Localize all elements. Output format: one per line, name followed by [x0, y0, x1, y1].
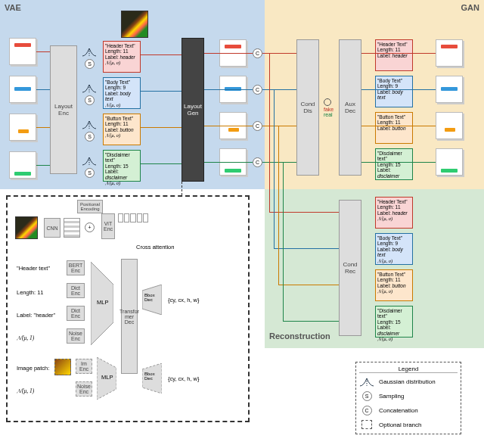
- card-header-vae: "Header Text" Length: 11 Label: header 𝓝…: [103, 41, 141, 73]
- legend-row-sampling: S Sampling: [359, 390, 458, 402]
- bert-lbl: BERT Enc: [69, 263, 83, 273]
- pos-enc-block: Positional Encoding: [77, 200, 103, 213]
- card-text: "Body Text": [105, 79, 138, 85]
- ll: Length:: [17, 289, 36, 296]
- sampling-circle-3: S: [85, 132, 95, 142]
- card-body-vae: "Body Text" Length: 9 Label: body text 𝓝…: [103, 77, 141, 109]
- l: Label:: [377, 247, 391, 252]
- real-fake-switch: fake real: [324, 98, 334, 117]
- lv: 11: [37, 289, 43, 296]
- c-label: C: [256, 123, 259, 129]
- l: Label:: [377, 53, 391, 58]
- sampling-circle-2: S: [85, 95, 95, 105]
- layout-gen-label: Layout Gen: [184, 103, 202, 117]
- v: 9: [396, 241, 399, 246]
- v: 11: [396, 204, 401, 210]
- legend-text: Concatenation: [379, 407, 418, 414]
- sampling-circle-4: S: [85, 168, 95, 178]
- cond-rec-label: Cond Rec: [343, 261, 357, 275]
- s-label: S: [88, 61, 92, 67]
- noise-label-2: 𝓝(μ, 1): [17, 387, 34, 395]
- v: disclaimer: [377, 331, 399, 336]
- cond-image: [121, 11, 148, 38]
- aux-dec-block: Aux Dec: [339, 39, 361, 176]
- s-label: S: [88, 170, 92, 176]
- vit-lbl: ViT Enc: [104, 221, 113, 232]
- noise-enc-block-2: Noise Enc: [76, 381, 92, 397]
- im-enc-block: Im Enc: [76, 359, 92, 374]
- len-lbl: Length:: [105, 85, 122, 90]
- legend-text: Gaussian distribution: [379, 378, 436, 385]
- input-tile-header: [9, 38, 36, 65]
- dist: 𝓝(μ, σ): [105, 132, 138, 138]
- dict-enc-len-block: Dict Enc: [67, 283, 85, 298]
- noise-label-1: 𝓝(μ, 1): [17, 334, 34, 342]
- gan-out-tile-disclaimer: [436, 148, 463, 176]
- len-lbl: Length:: [105, 121, 122, 126]
- lab-lbl: Label:: [105, 91, 119, 96]
- layout-gen-block: Layout Gen: [182, 38, 204, 182]
- l: Length:: [377, 120, 394, 125]
- lab-lbl: Label:: [105, 169, 119, 174]
- gan-label: GAN: [461, 3, 479, 12]
- concat-circle-3: C: [253, 121, 262, 131]
- d: 𝓝(μ, σ): [377, 216, 411, 221]
- bert-enc-block: BERT Enc: [67, 260, 85, 275]
- dash-lead: [182, 182, 182, 195]
- v: 11: [396, 47, 401, 52]
- l: Label:: [377, 210, 391, 216]
- card-text: "Disclaimer text": [105, 152, 138, 163]
- input-tile-body: [9, 76, 36, 103]
- image-patch-label: Image patch:: [17, 365, 49, 372]
- card-text: "Header Text": [105, 43, 138, 48]
- d: 𝓝(μ, σ): [377, 258, 411, 263]
- input-tile-disclaimer: [9, 151, 36, 179]
- gan-out-tile-header: [436, 39, 463, 67]
- l: Length:: [377, 83, 394, 89]
- card-disclaimer-gan: "Disclaimer text" Length: 15 Label: disc…: [375, 148, 413, 180]
- l: Length:: [377, 277, 394, 282]
- ie-lbl: Im Enc: [79, 361, 88, 372]
- concat-circle-4: C: [253, 157, 262, 167]
- layout-enc-label: Layout Enc: [54, 103, 73, 117]
- length-label: Length: 11: [17, 289, 43, 296]
- input-tile-button: [9, 114, 36, 141]
- v: 15: [396, 319, 401, 325]
- transformer-dec-block: Transfor mer Dec: [121, 259, 138, 374]
- layout-enc-block: Layout Enc: [50, 45, 77, 174]
- t: "Body Text": [377, 78, 411, 83]
- cond-dis-block: Cond Dis: [296, 39, 319, 176]
- len-val: 11: [123, 121, 129, 126]
- legend-row-optional: Optional branch: [359, 418, 458, 431]
- bbox-out-2: {cy, cx, h, w}: [168, 375, 200, 382]
- plus-circle: +: [85, 222, 95, 232]
- cls-val: header: [120, 54, 135, 60]
- cond-image-detail: [15, 216, 38, 239]
- ne2-lbl: Noise Enc: [77, 384, 91, 394]
- len-lbl: Length:: [105, 48, 122, 54]
- gan-out-tile-button: [436, 112, 463, 139]
- c-label: C: [256, 87, 259, 92]
- sampling-icon: S: [359, 390, 374, 402]
- l: Length:: [377, 241, 394, 246]
- v: disclaimer: [377, 173, 399, 179]
- l: Label:: [377, 325, 391, 330]
- v: 11: [396, 120, 401, 125]
- card-text: "Button Text": [105, 116, 138, 121]
- plus-lbl: +: [88, 225, 91, 230]
- v: button: [392, 283, 406, 288]
- card-disclaimer-vae: "Disclaimer text" Length: 15 Label: disc…: [103, 150, 141, 182]
- cond-rec-block: Cond Rec: [339, 200, 361, 336]
- legend-row-gauss: Gaussian distribution: [359, 375, 458, 387]
- bbox-dec-label-2: Bbox Dec: [144, 372, 155, 381]
- cnn-block: CNN: [44, 218, 60, 238]
- lbv: "header": [34, 312, 56, 319]
- aux-dec-label: Aux Dec: [345, 101, 355, 114]
- card-button-rec: "Button Text" Length: 11 Label: button 𝓝…: [375, 269, 413, 301]
- v: 9: [396, 83, 399, 89]
- vae-label: VAE: [5, 3, 21, 12]
- dist: 𝓝(μ, σ): [105, 60, 138, 65]
- len-val: 15: [123, 163, 129, 169]
- real-label: real: [324, 112, 333, 117]
- cond-dis-label: Cond Dis: [300, 101, 315, 114]
